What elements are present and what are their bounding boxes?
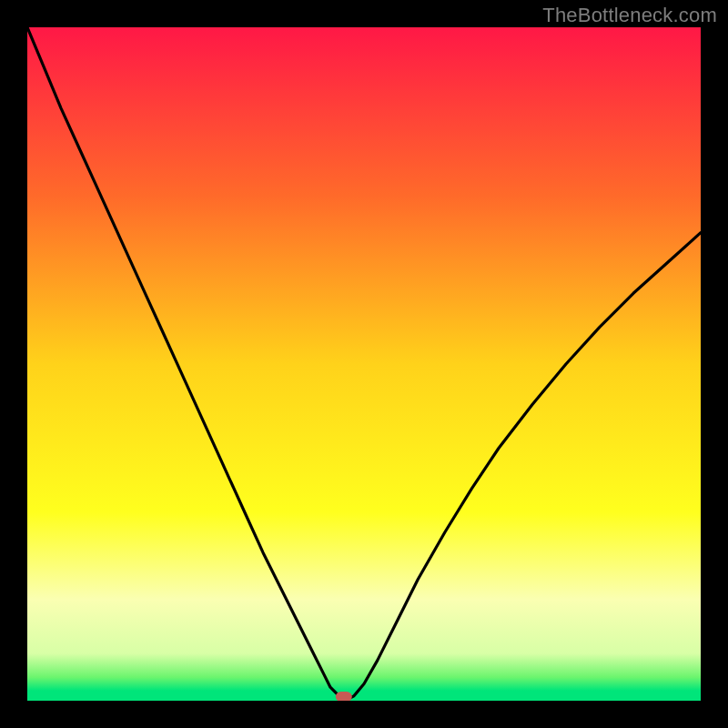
optimal-marker bbox=[336, 692, 352, 701]
watermark-text: TheBottleneck.com bbox=[542, 4, 717, 27]
chart-frame: TheBottleneck.com bbox=[0, 0, 728, 728]
gradient-background bbox=[27, 27, 701, 701]
plot-area bbox=[27, 27, 701, 701]
bottleneck-chart bbox=[27, 27, 701, 701]
